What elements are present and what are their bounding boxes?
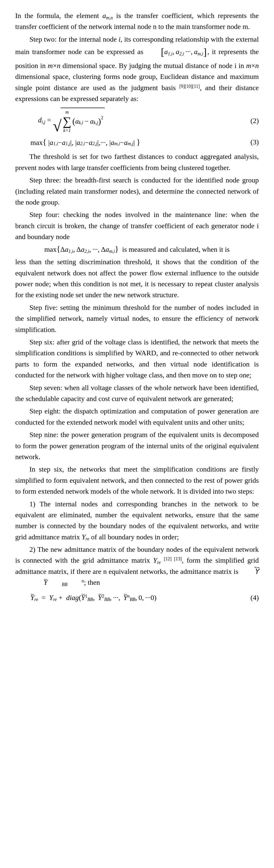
paragraph-2-step-two: Step two: for the internal node i, its c… [15, 34, 259, 104]
equation-2-formula: di,j = √ m ∑ k=1 ( ak,i − ak,j ) 2 [23, 107, 244, 134]
paragraph-10-step-nine: Step nine: the power generation program … [15, 429, 259, 462]
equation-4-formula: ~ Y re = Yre + diag( ~ Y 1BB, ~ Y 2BB, ·… [23, 592, 244, 603]
paragraph-5-continued: less than the setting discrimination thr… [15, 256, 259, 301]
equation-4-container: ~ Y re = Yre + diag( ~ Y 1BB, ~ Y 2BB, ·… [15, 592, 259, 603]
equation-4-number: (4) [244, 592, 259, 603]
equation-3-formula: max{ |a1,i−a1,j|, |a2,i−a2,j|,···, |am,i… [15, 136, 259, 149]
equation-3-number: (3) [244, 136, 259, 148]
paragraph-5-step-four: Step four: checking the nodes involved i… [15, 209, 259, 242]
equation-3-container: max{ |a1,i−a1,j|, |a2,i−a2,j|,···, |am,i… [15, 136, 259, 149]
variable-amn: am,n [102, 12, 113, 20]
paragraph-1: In the formula, the element am,n is the … [15, 10, 259, 32]
equation-3-left: max{ |a1,i−a1,j|, |a2,i−a2,j|,···, |am,i… [23, 136, 244, 149]
paragraph-11-step-six-detail: In step six, the networks that meet the … [15, 464, 259, 497]
paragraph-12-item1: 1) The internal nodes and corresponding … [15, 498, 259, 542]
paragraph-9-step-eight: Step eight: the dispatch optimization an… [15, 406, 259, 428]
paragraph-4-step-three: Step three: the breadth-first search is … [15, 175, 259, 208]
main-content: In the formula, the element am,n is the … [15, 10, 259, 603]
paragraph-7-step-six: Step six: after grid of the voltage clas… [15, 337, 259, 381]
max-delta-formula: max{Δa1,i, Δa2,i, ···, Δam,i} is measure… [15, 243, 259, 255]
equation-2-container: di,j = √ m ∑ k=1 ( ak,i − ak,j ) 2 [15, 107, 259, 134]
paragraph-8-step-seven: Step seven: when all voltage classes of … [15, 382, 259, 404]
equation-2-number: (2) [244, 115, 259, 126]
paragraph-13-item2: 2) The new admittance matrix of the boun… [15, 544, 259, 588]
paragraph-6-step-five: Step five: setting the minimum threshold… [15, 302, 259, 335]
paragraph-3-threshold: The threshold is set for two farthest di… [15, 151, 259, 173]
